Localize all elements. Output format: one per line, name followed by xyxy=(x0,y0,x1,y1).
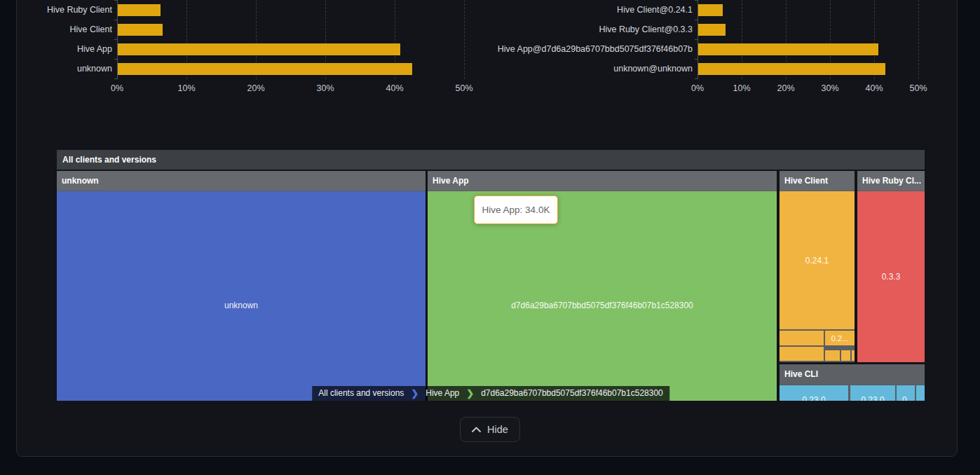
x-tick-label: 20% xyxy=(765,83,807,93)
treemap-cell[interactable] xyxy=(852,350,855,361)
bar[interactable] xyxy=(698,63,885,75)
treemap-cell-label: unknown xyxy=(224,301,258,310)
x-tick-label: 40% xyxy=(853,83,895,93)
grid-line xyxy=(464,0,465,79)
y-category-label: Hive App xyxy=(0,43,112,55)
treemap-tooltip: Hive App: 34.0K xyxy=(474,195,558,224)
treemap-root-header[interactable]: All clients and versions xyxy=(57,150,925,170)
y-category-label: Hive App@d7d6a29ba6707bbd5075df376f46b07… xyxy=(482,43,693,55)
treemap-section-header[interactable]: Hive CLI xyxy=(780,364,925,384)
axis-tick xyxy=(114,39,117,40)
chevron-right-icon: ❯ xyxy=(465,386,475,401)
panel-footer: Hide xyxy=(0,417,980,442)
bar[interactable] xyxy=(118,4,161,16)
treemap-cell[interactable] xyxy=(916,385,925,401)
y-category-label: Hive Ruby Client xyxy=(0,4,112,16)
y-category-label: Hive Ruby Client@0.3.3 xyxy=(482,24,693,36)
treemap-section-header[interactable]: Hive Ruby Cl... xyxy=(857,171,925,191)
chevron-up-icon xyxy=(472,427,481,432)
treemap-section: Hive Client0.24.10.2... xyxy=(780,171,855,362)
tooltip-text: Hive App: 34.0K xyxy=(482,205,550,215)
x-tick-label: 50% xyxy=(443,83,485,93)
treemap-cell[interactable]: 0. xyxy=(897,385,915,401)
axis-tick xyxy=(114,78,117,79)
treemap-cell[interactable]: 0.23.0 xyxy=(850,385,895,401)
x-tick-label: 30% xyxy=(809,83,851,93)
axis-tick xyxy=(695,39,697,40)
treemap-cell[interactable] xyxy=(825,350,840,361)
treemap-breadcrumb: All clients and versions ❯ Hive App ❯ d7… xyxy=(312,386,669,401)
treemap-cell-label: d7d6a29ba6707bbd5075df376f46b07b1c528300 xyxy=(511,301,693,310)
breadcrumb-item-version-hash[interactable]: d7d6a29ba6707bbd5075df376f46b07b1c528300 xyxy=(475,386,669,401)
treemap-section: Hive CLI0.23.00.23.00. xyxy=(780,364,925,401)
x-tick-label: 40% xyxy=(374,83,416,93)
x-tick-label: 20% xyxy=(235,83,277,93)
y-category-label: Hive Client@0.24.1 xyxy=(482,4,693,16)
treemap-section: unknownunknown xyxy=(57,171,426,401)
treemap-cell-label: 0. xyxy=(902,395,909,401)
treemap-cell[interactable]: 0.23.0 xyxy=(780,385,848,401)
dashboard-page: 0%10%20%30%40%50%Hive Ruby ClientHive Cl… xyxy=(0,0,980,475)
treemap-cell-label: 0.2... xyxy=(831,334,848,343)
treemap-cell[interactable] xyxy=(780,331,824,345)
treemap-cell-label: 0.24.1 xyxy=(805,256,829,266)
x-tick-label: 10% xyxy=(721,83,763,93)
x-tick-label: 0% xyxy=(96,83,138,93)
treemap-cell-label: 0.3.3 xyxy=(882,272,901,282)
treemap-cell-label: 0.23.0 xyxy=(861,395,884,401)
treemap-cell[interactable] xyxy=(841,350,850,361)
clients-treemap: All clients and versions unknownunknownH… xyxy=(57,150,925,401)
treemap-cell-label: 0.23.0 xyxy=(802,395,825,401)
bar[interactable] xyxy=(698,4,723,16)
treemap-cell[interactable] xyxy=(780,347,824,361)
y-category-label: unknown@unknown xyxy=(482,63,693,75)
x-tick-label: 0% xyxy=(676,83,719,93)
treemap-section: Hive Ruby Cl...0.3.3 xyxy=(857,171,925,362)
x-tick-label: 50% xyxy=(897,83,939,93)
axis-tick xyxy=(114,59,117,60)
bar[interactable] xyxy=(118,43,400,55)
axis-tick xyxy=(695,78,697,79)
hide-button[interactable]: Hide xyxy=(460,417,520,442)
treemap-cell[interactable]: 0.24.1 xyxy=(780,191,855,329)
treemap-section-header[interactable]: Hive App xyxy=(428,171,777,191)
treemap-cell[interactable]: unknown xyxy=(57,191,426,401)
grid-line xyxy=(918,0,919,79)
bar[interactable] xyxy=(118,24,163,36)
y-category-label: Hive Client xyxy=(0,24,112,36)
axis-tick xyxy=(114,0,117,1)
bar[interactable] xyxy=(698,43,878,55)
bar[interactable] xyxy=(118,63,412,75)
x-tick-label: 10% xyxy=(165,83,207,93)
treemap-cell[interactable]: 0.2... xyxy=(825,331,855,345)
treemap-section-header[interactable]: unknown xyxy=(57,171,426,191)
y-category-label: unknown xyxy=(0,63,112,75)
x-tick-label: 30% xyxy=(304,83,346,93)
axis-tick xyxy=(695,20,697,20)
axis-tick xyxy=(695,59,697,60)
breadcrumb-item-hive-app[interactable]: Hive App xyxy=(419,386,465,401)
treemap-section-header[interactable]: Hive Client xyxy=(780,171,855,191)
axis-tick xyxy=(114,20,117,20)
chevron-right-icon: ❯ xyxy=(410,386,419,401)
bar[interactable] xyxy=(698,24,726,36)
hide-button-label: Hide xyxy=(487,424,508,435)
axis-tick xyxy=(695,0,697,1)
treemap-cell[interactable]: 0.3.3 xyxy=(857,191,925,362)
breadcrumb-item-root[interactable]: All clients and versions xyxy=(312,386,410,401)
